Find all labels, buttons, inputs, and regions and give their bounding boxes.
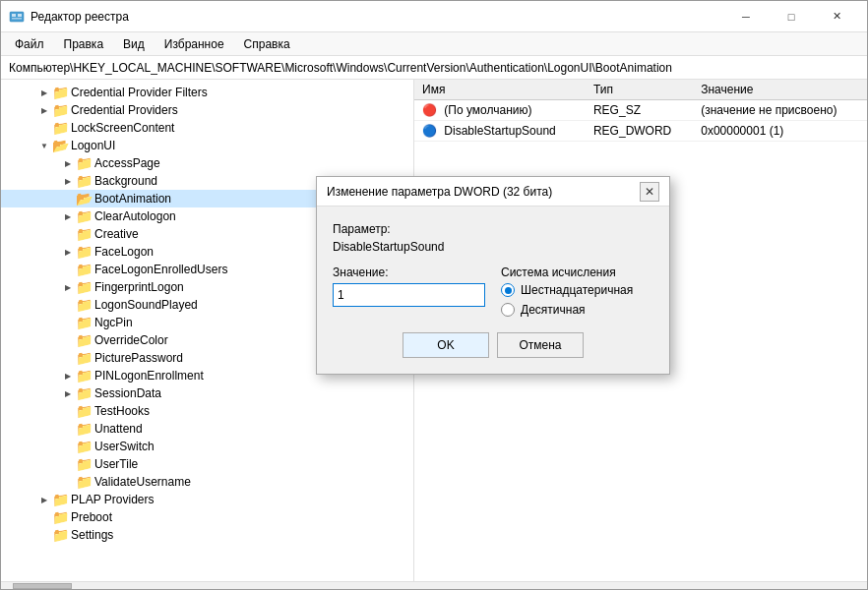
folder-icon-preboot: 📁 <box>52 509 68 525</box>
folder-icon-ngc: 📁 <box>76 315 92 330</box>
tree-label-settings: Settings <box>71 528 113 542</box>
dialog-close-button[interactable]: ✕ <box>640 182 659 202</box>
expander-cred-providers[interactable]: ▶ <box>36 102 52 118</box>
tree-label-picpwd: PicturePassword <box>94 351 183 365</box>
table-row[interactable]: 🔵 DisableStartupSound REG_DWORD 0x000000… <box>414 121 867 142</box>
tree-item-accesspage[interactable]: ▶ 📁 AccessPage <box>1 154 413 172</box>
numbase-col: Система исчисления Шестнадцатеричная Дес… <box>501 266 653 317</box>
svg-rect-2 <box>18 14 22 17</box>
folder-icon-pin: 📁 <box>76 368 92 384</box>
bottom-scrollbar[interactable] <box>1 581 867 589</box>
tree-label-override: OverrideColor <box>94 333 168 347</box>
radio-dec-label: Десятичная <box>521 303 586 317</box>
dialog-body: Параметр: DisableStartupSound Значение: … <box>317 206 669 374</box>
cell-name-default: 🔴 (По умолчанию) <box>414 100 586 121</box>
cell-type-default: REG_SZ <box>586 100 693 121</box>
radio-dec[interactable]: Десятичная <box>501 303 653 317</box>
tree-label-cred-filters: Credential Provider Filters <box>71 86 208 99</box>
menu-help[interactable]: Справка <box>234 35 300 53</box>
tree-item-validate[interactable]: ▶ 📁 ValidateUsername <box>1 473 413 491</box>
param-label: Параметр: <box>333 222 653 236</box>
titlebar-buttons: ─ □ ✕ <box>723 1 859 32</box>
tree-item-preboot[interactable]: ▶ 📁 Preboot <box>1 508 413 526</box>
dialog-title: Изменение параметра DWORD (32 бита) <box>327 185 640 199</box>
cell-value-default: (значение не присвоено) <box>693 100 867 121</box>
folder-icon-face2: 📁 <box>76 262 92 277</box>
expander-facelogon[interactable]: ▶ <box>60 244 76 260</box>
address-bar[interactable]: Компьютер\HKEY_LOCAL_MACHINE\SOFTWARE\Mi… <box>1 56 867 80</box>
tree-item-userswitch[interactable]: ▶ 📁 UserSwitch <box>1 438 413 455</box>
menu-file[interactable]: Файл <box>5 35 54 53</box>
tree-item-cred-filters[interactable]: ▶ 📁 Credential Provider Filters <box>1 84 413 101</box>
cancel-button[interactable]: Отмена <box>497 332 584 358</box>
expander-background[interactable]: ▶ <box>60 173 76 189</box>
tree-item-cred-providers[interactable]: ▶ 📁 Credential Providers <box>1 101 413 119</box>
radio-hex-label: Шестнадцатеричная <box>521 283 633 297</box>
svg-rect-3 <box>12 18 22 20</box>
tree-label-fingerprint: FingerprintLogon <box>94 280 184 294</box>
expander-plap[interactable]: ▶ <box>36 492 52 507</box>
tree-item-unattend[interactable]: ▶ 📁 Unattend <box>1 420 413 438</box>
tree-item-usertile[interactable]: ▶ 📁 UserTile <box>1 455 413 473</box>
titlebar: Редактор реестра ─ □ ✕ <box>1 1 867 32</box>
tree-label-ngcpin: NgcPin <box>94 316 133 329</box>
expander-session[interactable]: ▶ <box>60 385 76 401</box>
folder-icon-bg: 📁 <box>76 173 92 189</box>
tree-label-logonsound: LogonSoundPlayed <box>94 298 198 312</box>
expander-accesspage[interactable]: ▶ <box>60 155 76 171</box>
expander-fingerprint[interactable]: ▶ <box>60 279 76 295</box>
folder-icon-face: 📁 <box>76 244 92 260</box>
folder-icon-us: 📁 <box>76 439 92 454</box>
close-button[interactable]: ✕ <box>814 1 859 32</box>
menu-favorites[interactable]: Избранное <box>155 35 234 53</box>
folder-icon-boot: 📂 <box>76 191 92 206</box>
folder-icon-access: 📁 <box>76 155 92 171</box>
expander-pinlogon[interactable]: ▶ <box>60 368 76 384</box>
app-icon <box>9 9 25 25</box>
tree-item-plap[interactable]: ▶ 📁 PLAP Providers <box>1 491 413 508</box>
expander-clearauto[interactable]: ▶ <box>60 208 76 224</box>
ok-button[interactable]: OK <box>403 332 489 358</box>
tree-item-lockscreen[interactable]: ▶ 📁 LockScreenContent <box>1 119 413 137</box>
tree-item-session[interactable]: ▶ 📁 SessionData <box>1 384 413 402</box>
scrollbar-thumb[interactable] <box>13 583 72 589</box>
col-type: Тип <box>586 80 693 100</box>
folder-icon-ut: 📁 <box>76 456 92 472</box>
value-input[interactable] <box>333 283 485 307</box>
cell-type-dword: REG_DWORD <box>586 121 693 142</box>
dword-icon: 🔵 <box>422 124 437 138</box>
value-col: Значение: <box>333 266 485 317</box>
folder-icon-un: 📁 <box>76 421 92 437</box>
tree-item-testhooks[interactable]: ▶ 📁 TestHooks <box>1 402 413 420</box>
tree-label-unattend: Unattend <box>94 422 143 436</box>
folder-icon-pic: 📁 <box>76 350 92 366</box>
address-path: Компьютер\HKEY_LOCAL_MACHINE\SOFTWARE\Mi… <box>9 61 672 75</box>
tree-label-logonui: LogonUI <box>71 139 115 152</box>
maximize-button[interactable]: □ <box>769 1 814 32</box>
folder-icon-clear: 📁 <box>76 208 92 224</box>
tree-label-cred-providers: Credential Providers <box>71 103 178 117</box>
dword-dialog: Изменение параметра DWORD (32 бита) ✕ Па… <box>316 176 670 375</box>
tree-item-settings[interactable]: ▶ 📁 Settings <box>1 526 413 544</box>
folder-icon: 📁 <box>52 85 68 100</box>
radio-hex-circle <box>501 283 515 297</box>
tree-item-logonui[interactable]: ▼ 📂 LogonUI <box>1 137 413 154</box>
expander-logonui[interactable]: ▼ <box>36 138 52 153</box>
folder-icon-3: 📁 <box>52 120 68 136</box>
expander-cred-filters[interactable]: ▶ <box>36 85 52 100</box>
menu-view[interactable]: Вид <box>113 35 155 53</box>
cell-name-dword: 🔵 DisableStartupSound <box>414 121 586 142</box>
menu-edit[interactable]: Правка <box>54 35 114 53</box>
tree-label-bootanim: BootAnimation <box>94 192 171 206</box>
tree-label-preboot: Preboot <box>71 510 112 524</box>
table-row[interactable]: 🔴 (По умолчанию) REG_SZ (значение не при… <box>414 100 867 121</box>
registry-table: Имя Тип Значение 🔴 (По умолчанию) REG_SZ… <box>414 80 867 142</box>
dialog-titlebar: Изменение параметра DWORD (32 бита) ✕ <box>317 177 669 206</box>
col-name: Имя <box>414 80 586 100</box>
default-icon: 🔴 <box>422 103 437 117</box>
tree-label-facelogon: FaceLogon <box>94 245 154 259</box>
tree-label-usertile: UserTile <box>94 457 138 471</box>
minimize-button[interactable]: ─ <box>723 1 769 32</box>
radio-hex[interactable]: Шестнадцатеричная <box>501 283 653 297</box>
folder-icon-sound: 📁 <box>76 297 92 313</box>
